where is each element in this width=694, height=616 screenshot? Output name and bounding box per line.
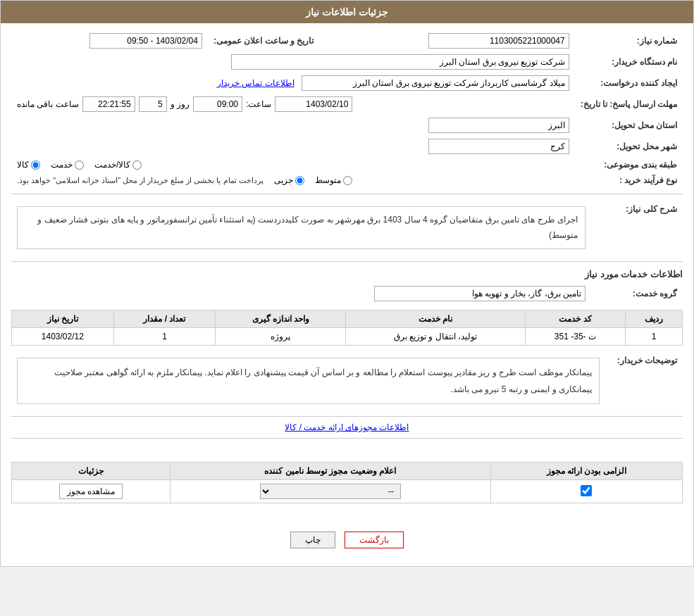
- deadline-day-label: روز و: [171, 99, 190, 109]
- permits-col-mandatory: الزامی بودن ارائه مجوز: [490, 463, 682, 480]
- service-group-input[interactable]: [374, 286, 585, 301]
- col-header-date: تاریخ نیاز: [12, 310, 114, 328]
- permits-col-details: جزئیات: [12, 463, 171, 480]
- page-title: جزئیات اطلاعات نیاز: [306, 6, 388, 18]
- services-table: ردیف کد خدمت نام خدمت واحد اندازه گیری ت…: [11, 310, 683, 346]
- deadline-time-label: ساعت:: [246, 99, 271, 109]
- col-header-name: نام خدمت: [346, 310, 525, 328]
- cell-row: 1: [626, 328, 683, 346]
- view-permit-button[interactable]: مشاهده مجوز: [59, 484, 123, 499]
- col-header-code: کد خدمت: [525, 310, 626, 328]
- permits-col-status: اعلام وضعیت مجوز توسط نامین کننده: [170, 463, 490, 480]
- need-number-input[interactable]: [428, 33, 569, 49]
- process-radio-motavasset[interactable]: متوسط: [315, 175, 352, 185]
- publish-datetime-label: تاریخ و ساعت اعلان عمومی:: [208, 30, 319, 51]
- buyer-notes-label: توضیحات خریدار:: [605, 351, 683, 410]
- cell-unit: پروژه: [216, 328, 346, 346]
- deadline-date-input[interactable]: [275, 96, 352, 112]
- buyer-notes-text: پیمانکار موظف است طرح و ریز مقادیر پیوست…: [54, 367, 592, 394]
- permits-details-cell: مشاهده مجوز: [12, 480, 171, 503]
- requester-input[interactable]: [302, 75, 569, 91]
- buyer-org-input[interactable]: [231, 54, 569, 70]
- process-label: نوع فرآیند خرید :: [575, 172, 683, 188]
- province-input[interactable]: [428, 118, 569, 133]
- col-header-quantity: تعداد / مقدار: [113, 310, 216, 328]
- requester-label: ایجاد کننده درخواست:: [575, 73, 683, 94]
- category-label: طبقه بندی موضوعی:: [575, 157, 683, 172]
- deadline-time-input[interactable]: [193, 96, 242, 112]
- col-header-unit: واحد اندازه گیری: [216, 310, 346, 328]
- permits-status-select[interactable]: --: [260, 484, 401, 499]
- process-radio-jozee[interactable]: جزیی: [274, 175, 304, 185]
- footer-buttons: بازگشت چاپ: [11, 521, 683, 559]
- print-button[interactable]: چاپ: [290, 532, 335, 548]
- category-radio-kala[interactable]: کالا: [17, 160, 40, 170]
- deadline-label: مهلت ارسال پاسخ: تا تاریخ:: [575, 94, 683, 115]
- deadline-remaining-label: ساعت باقی مانده: [17, 99, 79, 109]
- deadline-days-input[interactable]: [139, 96, 167, 112]
- service-group-label: گروه خدمت:: [591, 283, 683, 304]
- category-radio-kala-khedmat[interactable]: کالا/خدمت: [94, 160, 142, 170]
- city-label: شهر محل تحویل:: [575, 136, 683, 157]
- table-row: 1ت -35- 351تولید، انتقال و توزیع برقپروژ…: [12, 328, 683, 346]
- city-input[interactable]: [428, 139, 569, 154]
- permits-table: الزامی بودن ارائه مجوز اعلام وضعیت مجوز …: [11, 462, 683, 503]
- cell-date: 1403/02/12: [12, 328, 114, 346]
- requester-contact-link[interactable]: اطلاعات تماس خریدار: [217, 78, 295, 88]
- col-header-row: ردیف: [626, 310, 683, 328]
- category-radio-khedmat[interactable]: خدمت: [51, 160, 84, 170]
- general-desc-label: شرح کلی نیاز:: [591, 200, 683, 256]
- buyer-notes-box: پیمانکار موظف است طرح و ریز مقادیر پیوست…: [17, 358, 600, 404]
- cell-code: ت -35- 351: [525, 328, 626, 346]
- province-label: استان محل تحویل:: [575, 115, 683, 136]
- permits-row: -- مشاهده مجوز: [12, 480, 683, 503]
- process-note: پرداخت تمام یا بخشی از مبلغ خریدار از مح…: [17, 176, 264, 185]
- permits-status-cell: --: [170, 480, 490, 503]
- page-header: جزئیات اطلاعات نیاز: [1, 1, 693, 23]
- publish-datetime-input[interactable]: [89, 33, 202, 49]
- back-button[interactable]: بازگشت: [345, 532, 404, 548]
- permits-mandatory-checkbox[interactable]: [581, 485, 592, 496]
- cell-name: تولید، انتقال و توزیع برق: [346, 328, 525, 346]
- general-desc-box: اجرای طرح های تامین برق متقاضیان گروه 4 …: [17, 206, 585, 249]
- permits-section-link[interactable]: اطلاعات مجوزهای ارائه خدمت / کالا: [11, 422, 683, 432]
- permits-mandatory-cell: [490, 480, 682, 503]
- buyer-org-label: نام دستگاه خریدار:: [575, 51, 683, 73]
- deadline-remaining-input[interactable]: [82, 96, 135, 112]
- services-section-title: اطلاعات خدمات مورد نیاز: [11, 269, 683, 279]
- need-number-label: شماره نیاز:: [575, 30, 683, 51]
- cell-quantity: 1: [113, 328, 216, 346]
